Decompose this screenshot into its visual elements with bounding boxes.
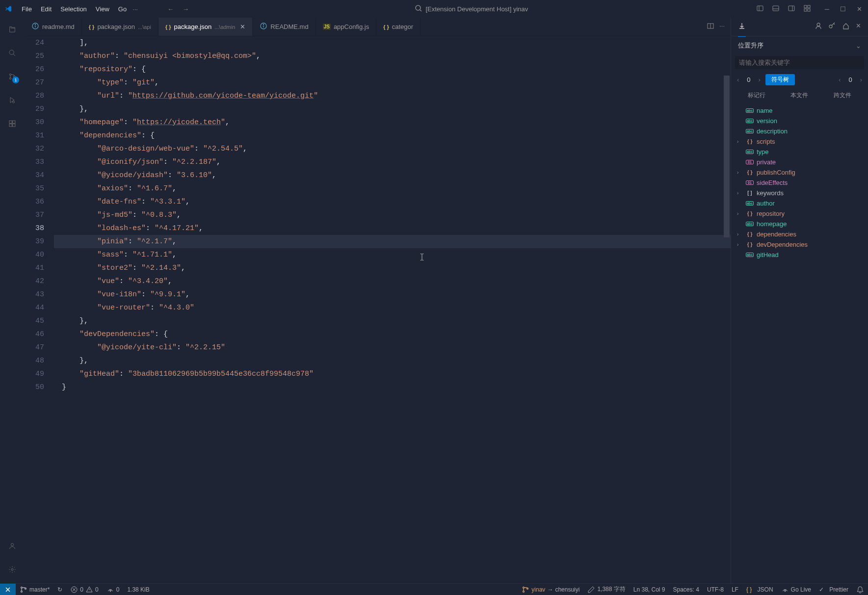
language-mode[interactable]: { } JSON [742, 585, 777, 594]
tree-item-publishConfig[interactable]: ›{ }publishConfig [731, 167, 868, 178]
prev-icon[interactable]: ‹ [735, 75, 741, 84]
window-title: [Extension Development Host] yinav [425, 5, 528, 13]
object-icon: { } [746, 211, 754, 216]
chevron-right-icon: › [737, 139, 743, 144]
svg-rect-9 [808, 5, 810, 8]
tab-package-json[interactable]: { }package.json...\admin✕ [158, 18, 253, 36]
customize-layout-icon[interactable] [801, 3, 813, 15]
sort-selector[interactable]: 位置升序 ⌄ [731, 36, 868, 55]
tree-item-homepage[interactable]: abchomepage [731, 219, 868, 229]
tree-item-type[interactable]: abctype [731, 147, 868, 157]
source-control-icon[interactable]: 1 [5, 70, 19, 83]
tab-categor[interactable]: { }categor [376, 18, 421, 36]
svg-point-15 [9, 78, 11, 79]
tree-item-devDependencies[interactable]: ›{ }devDependencies [731, 239, 868, 250]
go-live[interactable]: Go Live [777, 585, 815, 594]
char-count[interactable]: 1,388 字符 [583, 585, 629, 594]
tree-item-scripts[interactable]: ›{ }scripts [731, 136, 868, 147]
code-content[interactable]: ], "author": "chensuiyi <bimostyle@qq.co… [54, 36, 731, 583]
nav-count-1: 0 [744, 76, 753, 83]
tree-item-repository[interactable]: ›{ }repository [731, 208, 868, 219]
editor[interactable]: 2425262728293031323334353637383940414243… [25, 36, 731, 583]
menu-view[interactable]: View [92, 3, 113, 15]
tree-item-version[interactable]: abcversion [731, 116, 868, 126]
extensions-icon[interactable] [5, 117, 19, 130]
menu-edit[interactable]: Edit [37, 3, 55, 15]
svg-rect-10 [804, 9, 807, 11]
tree-item-dependencies[interactable]: ›{ }dependencies [731, 229, 868, 239]
search-icon[interactable] [5, 46, 19, 60]
tree-item-author[interactable]: abcauthor [731, 198, 868, 208]
sort-label: 位置升序 [738, 41, 763, 50]
string-icon: abc [746, 108, 754, 113]
cursor-position[interactable]: Ln 38, Col 9 [630, 585, 669, 594]
symbol-tree-button[interactable]: 符号树 [765, 74, 795, 85]
run-debug-icon[interactable] [5, 93, 19, 107]
radio-status[interactable]: 0 [103, 586, 124, 594]
accounts-icon[interactable] [5, 539, 19, 553]
home-icon[interactable] [842, 22, 850, 31]
minimize-icon[interactable]: ─ [823, 4, 831, 14]
menu-file[interactable]: File [18, 3, 36, 15]
encoding[interactable]: UTF-8 [703, 585, 728, 594]
filter-标记行[interactable]: 标记行 [741, 89, 772, 102]
tab-README-md[interactable]: README.md [253, 18, 316, 36]
git-branch[interactable]: master* [16, 586, 53, 594]
tab-readme-md[interactable]: readme.md [25, 18, 82, 36]
command-center[interactable]: [Extension Development Host] yinav [189, 4, 754, 14]
string-icon: abc [746, 129, 754, 133]
tab-appConfig-js[interactable]: JSappConfig.js [316, 18, 377, 36]
vertical-scrollbar[interactable] [724, 36, 730, 583]
tree-label: repository [757, 210, 785, 217]
toggle-secondary-sidebar-icon[interactable] [786, 3, 797, 15]
tree-label: name [757, 107, 773, 114]
git-blame[interactable]: yinav → chensuiyi [518, 585, 583, 594]
problems[interactable]: 0 0 [66, 586, 102, 594]
tree-item-name[interactable]: abcname [731, 105, 868, 116]
more-actions-icon[interactable]: ··· [719, 22, 725, 31]
scroll-thumb[interactable] [724, 76, 730, 237]
filter-跨文件[interactable]: 跨文件 [827, 89, 858, 102]
settings-gear-icon[interactable] [5, 563, 19, 576]
outline-tab-icon[interactable] [738, 22, 746, 37]
menu-selection[interactable]: Selection [56, 3, 90, 15]
next-icon[interactable]: › [757, 75, 763, 84]
maximize-icon[interactable]: ☐ [838, 4, 848, 14]
filter-本文件[interactable]: 本文件 [784, 89, 815, 102]
notifications-icon[interactable] [852, 585, 868, 594]
string-icon: abc [746, 222, 754, 226]
split-editor-icon[interactable] [707, 22, 714, 31]
tree-item-sideEffects[interactable]: 01sideEffects [731, 178, 868, 188]
chevron-right-icon: › [737, 242, 743, 247]
search-input[interactable] [735, 56, 864, 69]
prettier[interactable]: ✓ Prettier [815, 585, 852, 594]
toggle-primary-sidebar-icon[interactable] [754, 3, 766, 15]
eol[interactable]: LF [728, 585, 742, 594]
account-icon[interactable] [815, 22, 822, 31]
next-icon-2[interactable]: › [858, 75, 864, 84]
prev-icon-2[interactable]: ‹ [837, 75, 842, 84]
key-icon[interactable] [828, 22, 836, 31]
menu-go[interactable]: Go [114, 3, 131, 15]
indentation[interactable]: Spaces: 4 [669, 585, 703, 594]
remote-indicator[interactable] [0, 584, 16, 595]
editor-tabs: readme.md{ }package.json...\api{ }packag… [25, 18, 731, 36]
explorer-icon[interactable] [5, 23, 19, 36]
panel-close-icon[interactable]: ✕ [856, 22, 861, 31]
search-icon [415, 4, 422, 14]
nav-back-icon[interactable]: ← [167, 5, 174, 13]
tree-item-private[interactable]: 01private [731, 157, 868, 167]
tree-item-gitHead[interactable]: abcgitHead [731, 250, 868, 260]
close-icon[interactable]: ✕ [855, 4, 864, 14]
tab-package-json[interactable]: { }package.json...\api [82, 18, 158, 36]
sync-button[interactable]: ↻ [53, 586, 66, 593]
tree-item-description[interactable]: abcdescription [731, 126, 868, 136]
toggle-panel-icon[interactable] [770, 3, 782, 15]
svg-rect-4 [773, 6, 779, 11]
nav-forward-icon[interactable]: → [183, 5, 189, 13]
menu-more[interactable]: ··· [132, 5, 138, 13]
branch-name: master* [29, 586, 50, 593]
close-tab-icon[interactable]: ✕ [240, 23, 245, 30]
tree-item-keywords[interactable]: ›[ ]keywords [731, 188, 868, 198]
svg-rect-11 [808, 9, 810, 11]
